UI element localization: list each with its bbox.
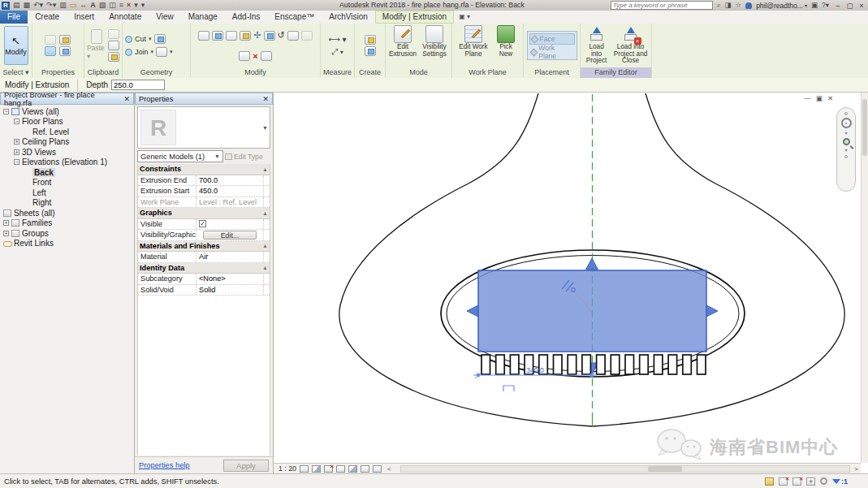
collapse-icon[interactable]: −	[14, 159, 19, 165]
ribbon-display-toggle-icon[interactable]: ▣ ▾	[454, 11, 475, 24]
vent-slot[interactable]	[697, 355, 706, 374]
tree-item-label[interactable]: Sheets (all)	[14, 209, 55, 218]
family-category-icon[interactable]	[59, 46, 71, 56]
communication-center-icon[interactable]: ◨	[724, 1, 731, 10]
section-collapse-icon[interactable]: ▲	[262, 208, 270, 218]
load-into-project-button[interactable]: Load into Project	[583, 25, 610, 66]
expand-icon[interactable]: +	[3, 220, 9, 226]
maximize-button[interactable]: ▢	[844, 2, 854, 10]
create-group-icon[interactable]	[365, 35, 376, 45]
match-type-icon[interactable]	[108, 52, 119, 62]
worksets-icon[interactable]	[765, 477, 774, 486]
help-icon[interactable]: ?▾	[822, 1, 829, 10]
view-bar-collapse-icon[interactable]: <	[385, 465, 394, 473]
drawing-area[interactable]: 340.0 海南省BIM中心 — ▣ ✕ ▾ ▾	[274, 93, 861, 463]
array-icon[interactable]	[261, 51, 272, 61]
tree-item-floor-plans[interactable]: −Floor Plans	[0, 117, 134, 127]
navbar-options-icon[interactable]	[844, 112, 848, 115]
mirror-axis-icon[interactable]	[226, 31, 237, 41]
expand-icon[interactable]: +	[14, 139, 19, 145]
section-icon[interactable]: ◫	[109, 1, 116, 10]
tab-manage[interactable]: Manage	[181, 11, 225, 24]
signed-in-user[interactable]: phil@readtho...▾	[756, 2, 807, 10]
section-collapse-icon[interactable]: ▲	[262, 241, 270, 252]
edit-type-button[interactable]: Edit Type	[225, 150, 270, 162]
vent-slot[interactable]	[654, 355, 663, 374]
zoom-icon[interactable]	[843, 138, 850, 145]
tree-item-label[interactable]: Back	[32, 168, 55, 177]
property-value[interactable]: ✓	[196, 219, 263, 230]
pin-icon[interactable]	[239, 51, 250, 61]
expand-icon[interactable]: +	[3, 231, 9, 236]
text-icon[interactable]: A	[90, 1, 96, 10]
vent-slot[interactable]	[496, 355, 505, 374]
drag-handle-top[interactable]	[586, 258, 598, 270]
vent-slot[interactable]	[554, 355, 563, 374]
section-collapse-icon[interactable]: ▲	[262, 164, 270, 175]
save-icon[interactable]: ▦	[24, 1, 31, 10]
project-browser-header[interactable]: Project Browser - fire place hang.rfa ✕	[0, 93, 134, 105]
pick-new-work-plane-button[interactable]: Pick New	[493, 25, 519, 66]
detail-level-icon[interactable]	[300, 465, 309, 473]
revit-logo-icon[interactable]: R	[2, 2, 10, 10]
app-store-icon[interactable]: ▣	[811, 1, 818, 10]
apply-button[interactable]: Apply	[223, 460, 269, 472]
sun-path-icon[interactable]	[324, 465, 333, 473]
tree-item-ceiling-plans[interactable]: +Ceiling Plans	[0, 137, 134, 148]
scroll-right-icon[interactable]: >	[852, 465, 861, 473]
tab-enscape[interactable]: Enscape™	[267, 11, 322, 24]
tree-item-groups[interactable]: +Groups	[0, 228, 134, 239]
navbar-bottom-icon[interactable]	[844, 155, 848, 158]
tree-item-right[interactable]: Right	[0, 198, 134, 209]
property-value[interactable]: Level : Ref. Level	[196, 197, 263, 208]
type-selector-dropdown-icon[interactable]: ▼	[262, 125, 268, 131]
tree-item-families[interactable]: +Families	[0, 218, 134, 229]
tree-item-3d-views[interactable]: +3D Views	[0, 147, 134, 158]
close-hidden-windows-icon[interactable]: ×	[127, 1, 131, 10]
expand-icon[interactable]: +	[14, 149, 19, 155]
tree-item-label[interactable]: Right	[32, 198, 51, 207]
dimension-icon[interactable]: ↔	[80, 1, 87, 10]
tab-add-ins[interactable]: Add-Ins	[225, 11, 267, 24]
cut-geometry-button[interactable]: Cut▾	[125, 34, 166, 44]
mirror-draw-icon[interactable]	[240, 31, 251, 41]
dimension-style-grip[interactable]	[503, 386, 514, 391]
measure-angle-icon[interactable]: ⤢ ▾	[331, 47, 343, 57]
open-icon[interactable]: ▤	[13, 1, 20, 10]
properties-palette-icon[interactable]	[45, 46, 56, 56]
background-processes-icon[interactable]	[820, 477, 827, 485]
switch-windows-icon[interactable]: ▾	[134, 1, 138, 10]
vent-slot[interactable]	[640, 355, 649, 374]
tree-item-label[interactable]: Groups	[22, 229, 49, 238]
tab-archvision[interactable]: ArchVision	[322, 11, 375, 24]
split-icon[interactable]	[301, 31, 313, 41]
properties-header[interactable]: Properties ✕	[135, 93, 273, 105]
reveal-hidden-icon[interactable]	[373, 465, 382, 473]
align-icon[interactable]	[198, 31, 209, 41]
create-similar-icon[interactable]	[365, 46, 376, 56]
vent-slot[interactable]	[568, 355, 577, 374]
zoom-dropdown-icon[interactable]: ▾	[844, 148, 847, 153]
tab-insert[interactable]: Insert	[67, 11, 101, 24]
search-icon[interactable]: ⌕	[717, 1, 721, 10]
collapse-icon[interactable]: −	[14, 119, 19, 124]
selected-extrusion[interactable]	[478, 270, 706, 352]
cope-icon[interactable]	[154, 34, 166, 44]
property-value[interactable]: 450.0	[196, 186, 263, 196]
view-scale[interactable]: 1 : 20	[279, 464, 296, 473]
delete-icon[interactable]: ×	[253, 52, 257, 61]
move-icon[interactable]: ✢	[253, 30, 261, 41]
visible-checkbox[interactable]: ✓	[199, 220, 206, 227]
tab-file[interactable]: File	[0, 11, 28, 24]
tree-item-back[interactable]: Back	[0, 167, 134, 178]
property-value[interactable]: Air	[196, 252, 263, 262]
edit-visibility-button[interactable]: Edit...	[203, 231, 256, 240]
horizontal-scrollbar-thumb[interactable]	[648, 466, 682, 472]
steering-wheel-icon[interactable]	[841, 118, 852, 128]
tree-item-elevations-elevation-1[interactable]: −Elevations (Elevation 1)	[0, 158, 134, 168]
vent-slot[interactable]	[625, 355, 634, 374]
offset-icon[interactable]	[212, 31, 223, 41]
drag-handle-left[interactable]	[467, 305, 478, 317]
vent-slot[interactable]	[683, 355, 692, 374]
tree-item-views-all[interactable]: −Views (all)	[0, 106, 134, 117]
